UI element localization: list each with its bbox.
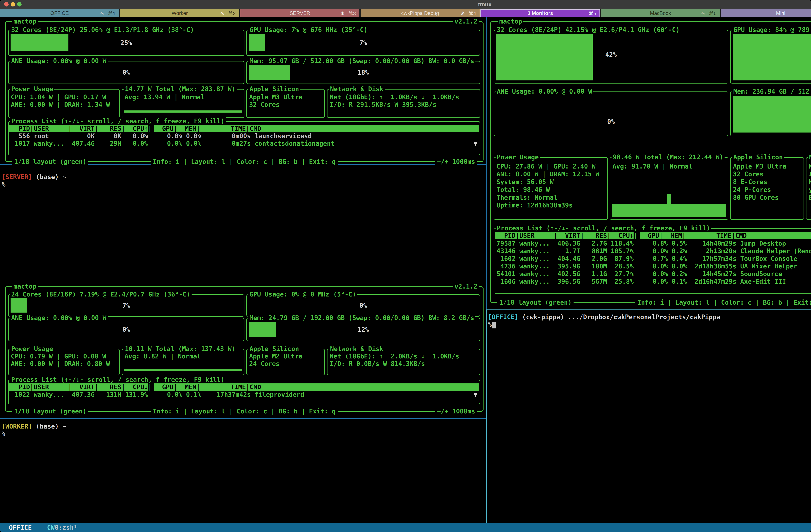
box-title: Mem: 236.94 GB / 512.00 GB (Swap: 0.00/0… (732, 88, 811, 95)
process-row: 556 root 0K 0K 0.0% 0.0% 0.0% 0m00s laun… (11, 132, 478, 140)
mem-gauge-box: Mem: 236.94 GB / 512.00 GB (Swap: 0.00/0… (730, 91, 811, 136)
process-table-header: PID|USER | VIRT| RES| CPU↓| GPU| MEM| TI… (9, 383, 479, 391)
power-line: Uptime: 12d16h38m39s (496, 201, 606, 209)
tab-macbook[interactable]: MacBook ✳ ⌘6 (601, 9, 720, 17)
box-title: Mem: 24.79 GB / 192.00 GB (Swap: 0.00/0.… (248, 314, 475, 322)
process-row: 79587 wanky... 406.3G 2.7G 118.4% 8.8% 0… (496, 240, 811, 247)
power-line: CPU: 27.86 W | GPU: 2.40 W (496, 163, 606, 170)
office-tag: [OFFICE] (488, 313, 518, 321)
mactop-pane-3[interactable]: mactop v2.1.2 32 Cores (8E/24P) 42.15% @… (490, 21, 811, 303)
box-title: Process List (↑-/↓- scroll, / search, f … (495, 225, 711, 232)
pane-divider-h3[interactable] (0, 418, 486, 419)
cpu-usage-label: 7% (9, 302, 244, 309)
pane-divider-vertical-active[interactable] (486, 309, 487, 532)
silicon-line: Apple M3 Ultra (733, 163, 802, 170)
net-line: I/O: R 439.7KB/s W 991.3KB/s (809, 170, 811, 178)
tab-server[interactable]: SERVER ✳ ⌘3 (240, 9, 359, 17)
apple-silicon-box: Apple Silicon Apple M2 Ultra 24 Cores (246, 349, 325, 375)
avg-power-line: Avg: 8.82 W | Normal (125, 353, 243, 360)
ane-gauge-box: ANE Usage: 0.00% @ 0.00 W 0% (8, 61, 244, 84)
network-disk-box: Network & Disk Net (10GbE): ↑ 1.0KB/s ↓ … (327, 89, 480, 118)
box-title: Power Usage (10, 85, 54, 93)
pane-divider-vertical[interactable] (486, 17, 487, 309)
net-line: yonsuk: 35.9TB/84.4TB (48.4TB free) (809, 186, 811, 194)
power-history-sparkline (124, 110, 242, 112)
process-table-header: PID|USER | VIRT| RES| CPU↑| GPU| MEM| TI… (9, 125, 479, 132)
scroll-down-icon: ▼ (474, 140, 477, 147)
footer-layout: 1/18 layout (green) (12, 158, 88, 165)
footer-layout: 1/18 layout (green) (12, 408, 88, 415)
silicon-line: 32 Cores (249, 101, 323, 108)
power-line: ANE: 0.00 W | DRAM: 0.80 W (11, 360, 118, 367)
process-table-header: PID|USER | VIRT| RES| CPU↓| GPU| MEM| TI… (495, 232, 811, 239)
tmux-status-bar: OFFICE CW0:zsh* 18:10 (0, 523, 811, 532)
gpu-gauge-box: GPU Usage: 84% @ 789 MHz (54°-C) 84% (730, 30, 811, 83)
power-usage-box: Power Usage CPU: 1.04 W | GPU: 0.17 W AN… (8, 89, 120, 118)
process-row: 54101 wanky... 402.5G 1.1G 27.7% 0.0% 0.… (496, 270, 811, 278)
tab-shortcut: ⌘5 (588, 9, 596, 17)
worker-tag: [WORKER] (2, 423, 32, 430)
tab-mini[interactable]: Mini ✳ ⌘7 (721, 9, 811, 17)
mactop-pane-2[interactable]: mactop v2.1.2 24 Cores (8E/16P) 7.19% @ … (5, 286, 484, 412)
scroll-down-icon: ▼ (474, 391, 477, 398)
mem-usage-label: 12% (247, 326, 480, 333)
tab-office[interactable]: OFFICE ✳ ⌘1 (0, 9, 119, 17)
server-prompt[interactable]: [SERVER] (base) ~ (2, 173, 66, 181)
cpu-gauge-box: 32 Cores (8E/24P) 42.15% @ E2.6/P4.1 GHz… (494, 30, 728, 83)
net-line: Net (10GbE): ↑ 2.0KB/s ↓ 1.0KB/s (330, 353, 478, 360)
ane-gauge-box: ANE Usage: 0.00% @ 0.00 W 0% (494, 91, 728, 136)
app-title: mactop (12, 18, 37, 25)
box-title: Process List (↑-/↓- scroll, / search, f … (10, 376, 226, 383)
spinner-icon: ✳ (701, 9, 705, 17)
tab-shortcut: ⌘3 (348, 9, 356, 17)
app-version: v2.1.2 (453, 18, 479, 25)
status-window[interactable]: CW0:zsh* (47, 523, 78, 532)
office-prompt[interactable]: [OFFICE] (cwk-pippa) .../Dropbox/cwkPers… (488, 313, 720, 321)
total-power-box: 98.46 W Total (Max: 212.44 W) Avg: 91.70… (610, 157, 728, 220)
app-title: mactop (498, 18, 523, 25)
box-title: ANE Usage: 0.00% @ 0.00 W (10, 57, 108, 65)
tab-cwkpippa-debug[interactable]: cwkPippa Debug ✳ ⌘4 (361, 9, 480, 17)
box-title: GPU Usage: 0% @ 0 MHz (5°-C) (248, 291, 357, 298)
prompt-path: (base) ~ (32, 423, 66, 430)
mactop-pane-1[interactable]: mactop v2.1.2 32 Cores (8E/24P) 25.06% @… (5, 21, 484, 162)
box-title: ANE Usage: 0.00% @ 0.00 W (495, 88, 593, 95)
box-title: 32 Cores (8E/24P) 25.06% @ E1.3/P1.8 GHz… (10, 26, 195, 34)
process-row: 43146 wanky... 1.7T 881M 105.7% 0.0% 0.2… (496, 247, 811, 255)
box-title: ANE Usage: 0.00% @ 0.00 W (10, 314, 108, 322)
tab-3-monitors[interactable]: 3 Monitors ⌘5 (481, 9, 600, 17)
process-list-box: Process List (↑-/↓- scroll, / search, f … (8, 121, 480, 155)
pane-divider-h4-active[interactable] (487, 309, 811, 310)
box-title: Network & Disk (329, 345, 385, 353)
box-title: Power Usage (495, 153, 540, 161)
pane-divider-h2[interactable] (0, 278, 486, 278)
apple-silicon-box: Apple Silicon Apple M3 Ultra 32 Cores (246, 89, 325, 118)
tab-worker[interactable]: Worker ✳ ⌘2 (120, 9, 239, 17)
box-title: 10.11 W Total (Max: 137.43 W) (124, 345, 236, 353)
worker-prompt[interactable]: [WORKER] (base) ~ (2, 423, 66, 430)
box-title: Mem: 95.07 GB / 512.00 GB (Swap: 0.00/0.… (248, 57, 475, 65)
process-list-box: Process List (↑-/↓- scroll, / search, f … (8, 380, 480, 404)
power-history-block (612, 204, 726, 217)
box-title: Apple Silicon (248, 85, 300, 93)
net-line: Mac HD: 8.9TB/15.6TB (6.7TB free) (809, 178, 811, 186)
mem-usage-bar (733, 96, 811, 133)
apple-silicon-box: Apple Silicon Apple M3 Ultra 32 Cores 8 … (730, 157, 804, 220)
net-line: Backup: 35.9TB/84.4TB (48.4TB free) (809, 194, 811, 201)
titlebar: tmux ⌥⌘2 (0, 0, 811, 9)
network-disk-box: Network & Disk Net (10GbE): ↑ 2.0KB/s ↓ … (327, 349, 480, 375)
box-title: 24 Cores (8E/16P) 7.19% @ E2.4/P0.7 GHz … (10, 291, 192, 298)
status-session-name[interactable]: OFFICE (9, 523, 32, 532)
tab-label: Mini (721, 9, 811, 17)
power-history-sparkline (124, 369, 242, 371)
cpu-gauge-box: 24 Cores (8E/16P) 7.19% @ E2.4/P0.7 GHz … (8, 294, 244, 317)
power-line: Thermals: Normal (496, 194, 606, 201)
gpu-usage-label: 0% (247, 302, 480, 309)
gpu-gauge-box: GPU Usage: 7% @ 676 MHz (35°-C) 7% (246, 30, 480, 56)
silicon-line: 24 Cores (249, 360, 323, 367)
box-title: Network & Disk (808, 153, 811, 161)
mem-gauge-box: Mem: 24.79 GB / 192.00 GB (Swap: 0.00/0.… (246, 318, 480, 341)
spinner-icon: ✳ (220, 9, 224, 17)
terminal: mactop v2.1.2 32 Cores (8E/24P) 25.06% @… (0, 17, 811, 523)
mem-usage-label: 46% (731, 118, 811, 125)
